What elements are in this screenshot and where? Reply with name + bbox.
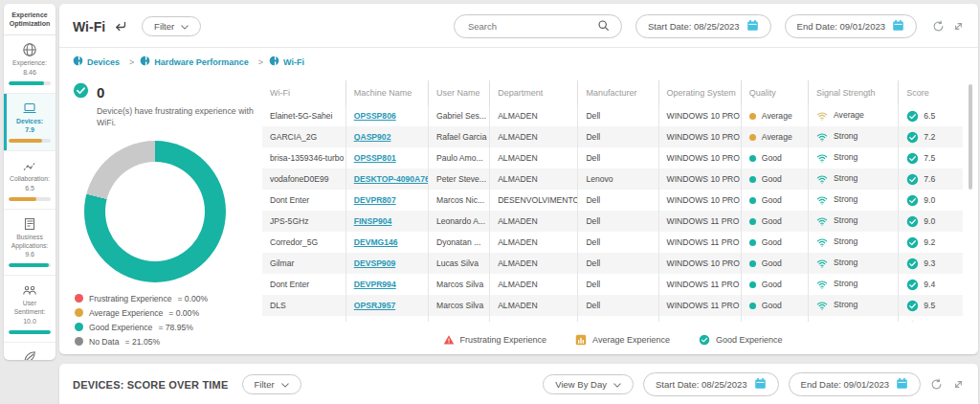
table-legend: Frustrating Experience Average Experienc… [262, 334, 963, 346]
table-row[interactable]: Elainet-5G-Sahei OPSSP806 Gabriel Ses...… [262, 105, 963, 126]
sidebar-item[interactable]: User Sentiment: 10.0 [4, 276, 56, 342]
table-row[interactable]: vodafoneD0E99 DESKTOP-4090A76 Peter Stev… [262, 168, 963, 190]
cell-wifi: DLS [262, 295, 345, 316]
table-row[interactable]: Gilmar DEVSP909 Lucas Silva ALMADEN Dell… [262, 253, 963, 274]
cell-signal-strength: Strong [809, 147, 899, 168]
machine-name-link[interactable]: DESKTOP-4090A76 [354, 174, 429, 184]
table-row[interactable]: brisa-1359346-turbo OPSSP801 Paulo Amo..… [262, 147, 963, 168]
filter-dropdown[interactable]: Filter [142, 16, 201, 36]
cell-machine-name: FINSP904 [345, 211, 428, 232]
score-check-icon [906, 173, 919, 186]
quality-dot-icon [749, 197, 756, 204]
legend-label: No Data [89, 337, 120, 347]
machine-name-link[interactable]: DEVPR994 [354, 280, 396, 289]
bottom-panel-row: DEVICES: SCORE OVER TIME Filter View By … [73, 372, 965, 396]
score-check-icon [906, 215, 919, 228]
quality-label: Good [762, 301, 782, 310]
wifi-signal-icon [816, 110, 828, 122]
sidebar-item-progress [9, 139, 51, 143]
bottom-end-date-label: End Date: 09/01/2023 [801, 379, 889, 390]
breadcrumb-item[interactable]: Hardware Performance > [140, 56, 269, 68]
cell-department: ALMADEN [490, 126, 578, 147]
table-scrollbar[interactable] [969, 84, 972, 190]
cell-wifi: Dont Enter [262, 190, 345, 211]
back-arrow-icon[interactable] [113, 19, 128, 34]
signal-label: Average [834, 110, 864, 120]
donut-legend: Frustrating Experience = 0.00% Average E… [75, 294, 264, 347]
experience-optimization-dashboard: Experience Optimization Experience: 8.46… [0, 0, 980, 404]
refresh-icon[interactable] [932, 20, 945, 33]
quality-label: Good [762, 280, 782, 289]
chevron-down-icon [281, 379, 289, 390]
search-box[interactable] [454, 14, 622, 38]
start-date-picker[interactable]: Start Date: 08/25/2023 [635, 14, 771, 38]
legend-dot-icon [75, 294, 83, 303]
expand-icon[interactable] [952, 20, 965, 33]
cell-signal-strength: Strong [809, 316, 899, 322]
legend-value: = 21.05% [125, 337, 161, 347]
breadcrumb-item[interactable]: Wi-Fi [269, 56, 320, 68]
wifi-signal-icon [816, 215, 828, 227]
bottom-start-date-picker[interactable]: Start Date: 08/25/2023 [643, 372, 779, 396]
view-by-dropdown[interactable]: View By Day [543, 374, 634, 394]
sidebar-item-progress-fill [9, 139, 42, 143]
score-check-icon [906, 110, 919, 123]
panel-header-icons [932, 20, 965, 33]
machine-name-link[interactable]: DEVMG146 [354, 237, 398, 247]
cell-machine-name: OPSRJ957 [345, 295, 428, 316]
machine-name-link[interactable]: QASP902 [354, 132, 391, 142]
sidebar-item[interactable]: Collaboration: 6.5 [4, 151, 56, 210]
expand-icon[interactable] [952, 378, 965, 391]
collaboration-icon [22, 158, 37, 173]
machine-name-link[interactable]: OPSSP806 [354, 111, 396, 121]
table-row[interactable]: Maciel-2.4GH FINSP901 Leonardo A... ALMA… [262, 316, 963, 322]
table-legend-label: Average Experience [592, 335, 670, 345]
cell-machine-name: DESKTOP-4090A76 [345, 168, 428, 190]
table-row[interactable]: Corredor_5G DEVMG146 Dyonatan ... ALMADE… [262, 232, 963, 253]
sidebar-item[interactable]: Experience: 8.46 [4, 35, 56, 94]
bottom-end-date-picker[interactable]: End Date: 09/01/2023 [789, 372, 921, 396]
wifi-panel-header: Wi-Fi Filter Start Date: 08/25/2023 End … [59, 4, 978, 48]
machine-name-link[interactable]: DEVSP909 [354, 258, 395, 268]
table-legend-item: Average Experience [575, 334, 670, 346]
machine-name-link[interactable]: FINSP904 [354, 216, 392, 226]
col-signal-strength: Signal Strength [809, 80, 899, 105]
score-value: 9.3 [924, 258, 935, 267]
col-quality: Quality [741, 80, 808, 105]
table-row[interactable]: DLS OPSRJ957 Marcos Silva ALMADEN Dell W… [262, 295, 963, 316]
signal-label: Strong [834, 321, 858, 322]
table-row[interactable]: Dont Enter DEVPR994 Marcos Silva ALMADEN… [262, 274, 963, 295]
machine-name-link[interactable]: OPSSP801 [354, 153, 396, 163]
cell-operating-system: WINDOWS 11 PRO [658, 211, 741, 232]
sidebar-item[interactable]: Business Applications: 9.6 [4, 210, 56, 276]
search-input[interactable] [466, 20, 575, 33]
end-date-picker[interactable]: End Date: 09/01/2023 [785, 14, 917, 38]
donut-legend-item: No Data = 21.05% [75, 337, 264, 347]
cell-signal-strength: Strong [809, 211, 899, 232]
cell-wifi: Dont Enter [262, 274, 345, 295]
table-row[interactable]: JPS-5GHz FINSP904 Leonardo A... ALMADEN … [262, 211, 963, 232]
machine-name-link[interactable]: OPSRJ957 [354, 301, 395, 310]
sidebar-item[interactable]: Devices: 7.9 [4, 94, 56, 152]
table-row[interactable]: GARCIA_2G QASP902 Rafael Garcia ALMADEN … [262, 126, 963, 147]
score-value: 9.5 [924, 300, 935, 309]
cell-manufacturer: Dell [578, 190, 658, 211]
legend-label: Frustrating Experience [89, 294, 171, 303]
machine-name-link[interactable]: DEVPR807 [354, 195, 396, 205]
signal-label: Strong [834, 279, 858, 288]
bottom-filter-dropdown[interactable]: Filter [242, 374, 301, 394]
table-row[interactable]: Dont Enter DEVPR807 Marcos Nic... DESENV… [262, 190, 963, 211]
sidebar-item-label: User Sentiment: [8, 300, 52, 317]
sidebar-item[interactable]: Green IT: 7.7 [4, 343, 56, 360]
cell-manufacturer: Dell [578, 126, 658, 147]
breadcrumb-item[interactable]: Devices > [73, 56, 140, 68]
cell-signal-strength: Strong [809, 126, 899, 147]
breadcrumb-label: Hardware Performance [154, 57, 249, 67]
cell-department: ALMADEN [490, 211, 578, 232]
cell-operating-system: WINDOWS 10 PRO [658, 253, 741, 274]
refresh-icon[interactable] [930, 378, 943, 391]
quality-dot-icon [749, 239, 756, 246]
cell-operating-system: WINDOWS 10 PRO [658, 147, 741, 168]
cell-user-name: Paulo Amo... [428, 147, 489, 168]
cell-machine-name: DEVMG146 [345, 232, 428, 253]
